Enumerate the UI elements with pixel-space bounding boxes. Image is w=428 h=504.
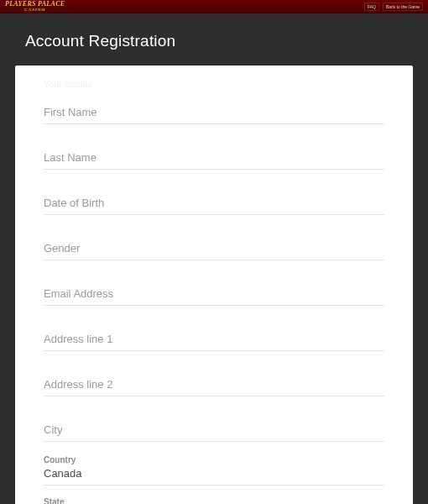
country-select[interactable]: Canada — [44, 467, 384, 486]
gender-input[interactable] — [44, 240, 384, 260]
brand-line2: CASINO — [5, 7, 65, 13]
address2-input[interactable] — [44, 376, 384, 396]
email-field[interactable]: Email Address — [44, 274, 384, 306]
address2-field[interactable]: Address line 2 — [44, 365, 384, 396]
top-bar: PLAYERS PALACE CASINO FAQ Back to the Ga… — [0, 0, 428, 13]
section-hint: Your details — [44, 77, 384, 92]
first-name-field[interactable]: First Name — [44, 92, 384, 124]
brand-logo: PLAYERS PALACE CASINO — [5, 1, 65, 13]
brand-line1: PLAYERS PALACE — [5, 1, 65, 7]
state-label: State — [44, 497, 384, 504]
state-field[interactable]: State QC-Quebec — [44, 497, 384, 504]
email-input[interactable] — [44, 286, 384, 305]
last-name-input[interactable] — [44, 150, 384, 169]
country-field[interactable]: Country Canada — [44, 455, 384, 486]
address1-input[interactable] — [44, 331, 384, 350]
back-to-game-link[interactable]: Back to the Game — [383, 3, 423, 11]
city-field[interactable]: City — [44, 410, 384, 442]
dob-input[interactable] — [44, 195, 384, 214]
address1-field[interactable]: Address line 1 — [44, 319, 384, 351]
faq-link[interactable]: FAQ — [364, 3, 379, 11]
first-name-input[interactable] — [44, 104, 384, 123]
top-links: FAQ Back to the Game — [364, 3, 423, 11]
registration-card: Your details First Name Last Name Date o… — [15, 66, 413, 504]
last-name-field[interactable]: Last Name — [44, 138, 384, 170]
page-title: Account Registration — [0, 13, 428, 66]
city-input[interactable] — [44, 422, 384, 441]
country-label: Country — [44, 455, 384, 465]
gender-field[interactable]: Gender — [44, 228, 384, 260]
dob-field[interactable]: Date of Birth — [44, 183, 384, 215]
